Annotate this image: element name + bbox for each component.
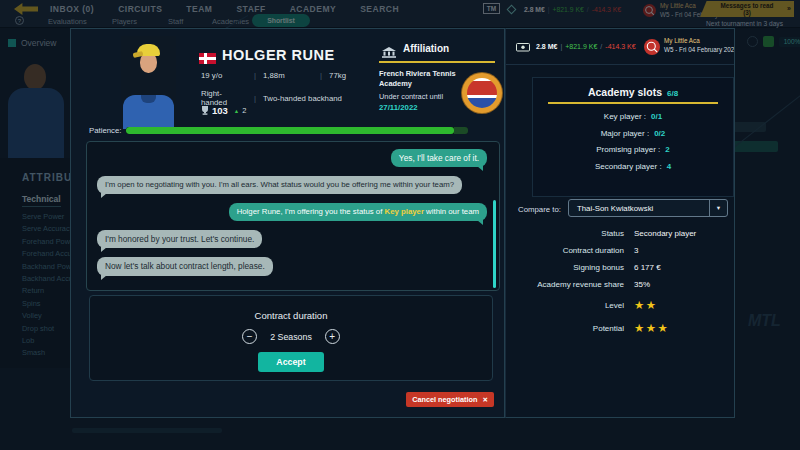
compare-row: Signing bonus6 177 € xyxy=(506,263,734,272)
compare-row: StatusSecondary player xyxy=(506,229,734,238)
rank-change: 2 xyxy=(242,106,246,115)
potential-row: Potential★★★ xyxy=(506,323,734,335)
yellow-underline xyxy=(379,61,495,63)
yellow-underline xyxy=(548,102,718,104)
player-age: 19 y/o xyxy=(201,71,247,80)
increase-duration-button[interactable]: + xyxy=(325,329,340,344)
affiliation-title: Affiliation xyxy=(403,43,449,54)
chat-message-player: I'm open to negotiating with you. I'm al… xyxy=(97,176,462,194)
player-rank: 103 xyxy=(212,105,228,116)
chat-message-player: I'm honored by your trust. Let's continu… xyxy=(97,230,262,248)
finance-strip: 2.8 M€ | +821.9 K€ / -414.3 K€ My Little… xyxy=(506,29,734,65)
trophy-icon xyxy=(201,106,209,115)
expense-value: -414.3 K€ xyxy=(605,43,635,50)
balance-value: 2.8 M€ xyxy=(536,43,557,50)
duration-value: 2 Seasons xyxy=(270,332,312,342)
compare-row: Academy revenue share35% xyxy=(506,280,734,289)
contract-until-date: 27/11/2022 xyxy=(379,103,418,112)
status-highlight: Key player xyxy=(385,207,424,216)
player-ranking-row: 103 ▲ 2 xyxy=(201,105,246,116)
money-icon xyxy=(516,41,531,53)
slots-rows: Key player :0/1 Major player :0/2 Promis… xyxy=(533,112,733,171)
chat-message-player: Now let's talk about contract length, pl… xyxy=(97,257,273,275)
player-photo xyxy=(121,36,176,129)
potential-stars: ★★★ xyxy=(634,323,669,335)
player-height: 1,88m xyxy=(263,71,313,80)
slot-row: Secondary player :4 xyxy=(533,162,733,171)
patience-bar xyxy=(126,127,468,134)
chat-message-user: Holger Rune, I'm offering you the status… xyxy=(229,203,487,221)
game-date: W5 - Fri 04 February 2022 xyxy=(664,46,735,55)
slot-row: Promising player :2 xyxy=(533,145,733,154)
panel-finance: 2.8 M€ | +821.9 K€ / -414.3 K€ xyxy=(536,43,636,50)
compare-details: StatusSecondary player Contract duration… xyxy=(506,229,734,334)
affiliation-club: French Riviera Tennis Academy xyxy=(379,69,463,89)
contract-duration-title: Contract duration xyxy=(90,310,492,321)
compare-player-dropdown[interactable]: Thai-Son Kwiatkowski ▼ xyxy=(568,199,728,217)
cancel-negotiation-button[interactable]: Cancel negotiation ✕ xyxy=(406,392,494,407)
panel-academy-info: My Little Aca W5 - Fri 04 February 2022 xyxy=(664,37,735,55)
club-crest xyxy=(462,73,502,113)
academy-logo-icon xyxy=(644,39,660,55)
chat-scrollbar[interactable] xyxy=(493,200,496,288)
contract-until-label: Under contract until xyxy=(379,92,443,101)
slot-row: Key player :0/1 xyxy=(533,112,733,121)
denmark-flag-icon xyxy=(199,53,216,64)
academy-info-panel: 2.8 M€ | +821.9 K€ / -414.3 K€ My Little… xyxy=(505,28,735,418)
slots-count: 6/8 xyxy=(667,89,678,98)
decrease-duration-button[interactable]: − xyxy=(242,329,257,344)
close-icon: ✕ xyxy=(482,396,487,404)
player-weight: 77kg xyxy=(329,71,346,80)
accept-button[interactable]: Accept xyxy=(258,352,323,372)
slot-row: Major player :0/2 xyxy=(533,129,733,138)
player-backhand: Two-handed backhand xyxy=(263,94,342,103)
academy-slots-title: Academy slots6/8 xyxy=(533,86,733,98)
contract-duration-box: Contract duration − 2 Seasons + Accept xyxy=(89,295,493,381)
affiliation-section: Affiliation French Riviera Tennis Academ… xyxy=(379,41,501,133)
selected-compare-player: Thai-Son Kwiatkowski xyxy=(569,204,709,213)
negotiation-dialog: HOLGER RUNE 19 y/o| 1,88m| 77kg Right-ha… xyxy=(70,28,505,418)
player-name: HOLGER RUNE xyxy=(222,47,335,63)
duration-stepper: − 2 Seasons + xyxy=(90,329,492,344)
academy-name: My Little Aca xyxy=(664,37,735,46)
chat-message-user: Yes, I'll take care of it. xyxy=(391,149,487,167)
app-window: INBOX (0) CIRCUITS TEAM STAFF ACADEMY SE… xyxy=(0,0,800,450)
compare-to-label: Compare to: xyxy=(518,205,561,214)
patience-label: Patience: xyxy=(89,126,122,135)
rank-up-icon: ▲ xyxy=(234,108,239,114)
income-value: +821.9 K€ xyxy=(565,43,597,50)
chat-area: Yes, I'll take care of it. I'm open to n… xyxy=(86,141,500,291)
chevron-down-icon: ▼ xyxy=(709,200,727,216)
compare-row: Contract duration3 xyxy=(506,246,734,255)
academy-slots-box: Academy slots6/8 Key player :0/1 Major p… xyxy=(532,77,734,197)
cancel-label: Cancel negotiation xyxy=(412,395,477,404)
player-bio-row: 19 y/o| 1,88m| 77kg xyxy=(201,71,346,80)
academy-building-icon xyxy=(381,47,397,58)
level-row: Level★★ xyxy=(506,300,734,312)
level-stars: ★★ xyxy=(634,300,658,312)
